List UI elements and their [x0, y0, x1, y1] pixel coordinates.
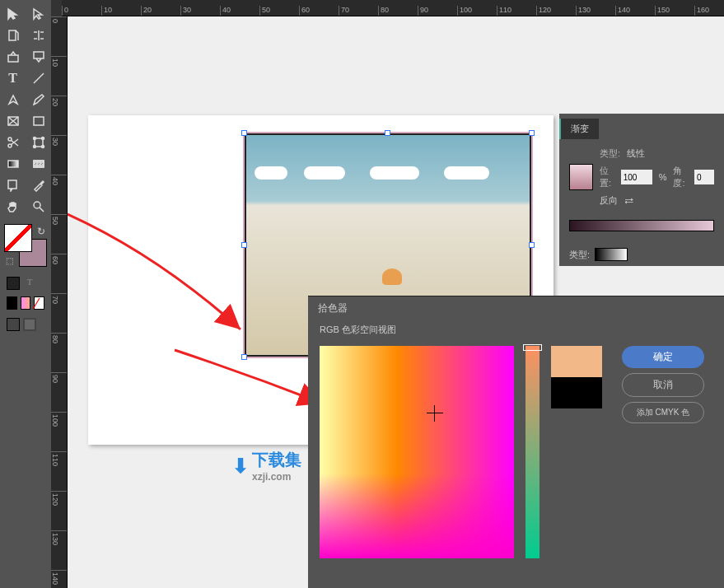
- free-transform-tool[interactable]: [26, 132, 51, 153]
- gradient-pos-input[interactable]: [621, 170, 652, 184]
- hand-tool[interactable]: [0, 196, 26, 217]
- svg-rect-1: [8, 55, 18, 62]
- ruler-vertical: 0102030405060708090100110120130140: [51, 16, 68, 588]
- svg-rect-14: [34, 161, 44, 167]
- svg-point-11: [41, 146, 44, 148]
- cancel-button[interactable]: 取消: [622, 373, 704, 397]
- hue-slider[interactable]: [525, 346, 539, 558]
- gradient-reverse-icon[interactable]: ⮂: [624, 196, 633, 206]
- content-placer-tool[interactable]: [26, 46, 51, 68]
- svg-rect-4: [34, 117, 44, 125]
- ruler-horizontal: 0102030405060708090100110120130140150160: [62, 0, 724, 16]
- gradient-angle-label: 角度:: [673, 165, 688, 189]
- rectangle-frame-tool[interactable]: [0, 110, 26, 132]
- watermark-sub: xzji.com: [252, 471, 301, 483]
- watermark: ⬇ 下载集 xzji.com: [232, 449, 301, 483]
- default-fill-stroke-icon[interactable]: ↻: [37, 226, 45, 237]
- gradient-panel: 渐变 类型: 线性 位置: % 角度: 反向 ⮂: [559, 114, 724, 266]
- gradient-angle-input[interactable]: [694, 170, 714, 184]
- scissors-tool[interactable]: [0, 132, 26, 153]
- gap-tool[interactable]: [26, 25, 51, 46]
- svg-point-10: [33, 146, 35, 148]
- direct-selection-tool[interactable]: [26, 3, 51, 25]
- picker-subtitle: RGB 色彩空间视图: [308, 320, 724, 339]
- gradient-type2-swatch[interactable]: [595, 248, 628, 261]
- gradient-pos-unit: %: [659, 172, 667, 182]
- gradient-pos-label: 位置:: [600, 165, 614, 189]
- watermark-text: 下载集: [252, 449, 301, 471]
- apply-none[interactable]: ⁄: [34, 296, 44, 310]
- svg-rect-12: [8, 161, 18, 167]
- apply-color-text[interactable]: T: [23, 277, 36, 290]
- svg-point-9: [41, 138, 44, 140]
- rectangle-tool[interactable]: [26, 110, 51, 132]
- hue-slider-handle[interactable]: [523, 344, 542, 351]
- eyedropper-tool[interactable]: [26, 175, 51, 196]
- content-collector-tool[interactable]: [0, 46, 26, 68]
- svg-rect-0: [9, 30, 16, 40]
- svg-point-18: [34, 202, 40, 208]
- note-tool[interactable]: [0, 175, 26, 196]
- apply-solid[interactable]: [7, 296, 17, 310]
- shell-decoration: [382, 268, 402, 285]
- gradient-ramp[interactable]: [569, 220, 714, 231]
- add-cmyk-button[interactable]: 添加 CMYK 色: [622, 402, 704, 423]
- fill-color[interactable]: [4, 224, 32, 252]
- selection-tool[interactable]: [0, 3, 26, 25]
- pencil-tool[interactable]: [26, 89, 51, 110]
- zoom-tool[interactable]: [26, 196, 51, 217]
- toolbox: T ⬚ ↻ T ⁄: [0, 0, 51, 588]
- page-tool[interactable]: [0, 25, 26, 46]
- gradient-type-label: 类型:: [600, 147, 620, 160]
- gradient-feather-tool[interactable]: [26, 153, 51, 175]
- apply-gradient[interactable]: [21, 296, 31, 310]
- swap-fill-stroke-icon[interactable]: ⬚: [6, 256, 13, 265]
- picker-title: 拾色器: [308, 296, 724, 320]
- color-preview-new: [551, 346, 602, 377]
- pen-tool[interactable]: [0, 89, 26, 110]
- gradient-tab[interactable]: 渐变: [559, 119, 599, 139]
- fill-stroke-control[interactable]: ⬚ ↻: [4, 224, 47, 267]
- gradient-preview-swatch[interactable]: [569, 164, 593, 190]
- normal-mode[interactable]: [7, 318, 20, 331]
- svg-rect-17: [8, 180, 16, 189]
- ok-button[interactable]: 确定: [622, 346, 704, 368]
- svg-point-8: [33, 138, 35, 140]
- gradient-type-value[interactable]: 线性: [627, 147, 645, 160]
- svg-rect-2: [34, 52, 44, 58]
- preview-mode[interactable]: [23, 318, 36, 331]
- gradient-type2-label: 类型:: [569, 249, 590, 261]
- gradient-swatch-tool[interactable]: [0, 153, 26, 175]
- gradient-reverse-label: 反向: [600, 194, 618, 207]
- color-picker-dialog: 拾色器 RGB 色彩空间视图 确定 取消 添加 CMYK 色 H:° S:% B…: [308, 296, 724, 588]
- saturation-value-field[interactable]: [320, 346, 514, 558]
- color-preview-old[interactable]: [551, 377, 602, 408]
- line-tool[interactable]: [26, 68, 51, 89]
- type-tool[interactable]: T: [0, 68, 26, 89]
- apply-color-container[interactable]: [7, 277, 20, 290]
